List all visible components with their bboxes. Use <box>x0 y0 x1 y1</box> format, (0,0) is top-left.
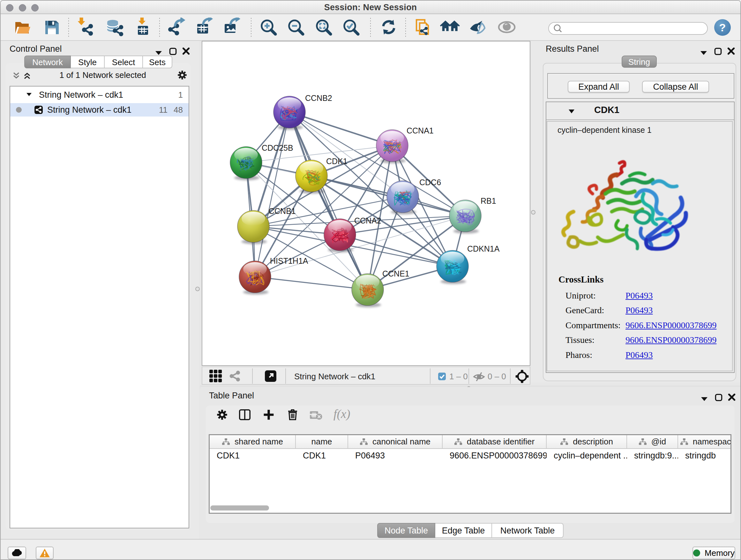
svg-text:CCNB2: CCNB2 <box>305 94 332 103</box>
svg-text:CDC25B: CDC25B <box>262 143 293 152</box>
svg-text:CDC6: CDC6 <box>419 178 441 187</box>
svg-text:CDKN1A: CDKN1A <box>467 244 500 253</box>
svg-text:CCNA1: CCNA1 <box>407 126 434 135</box>
svg-text:CCNE1: CCNE1 <box>382 269 409 278</box>
svg-text:RB1: RB1 <box>481 196 496 205</box>
svg-text:CCNA2: CCNA2 <box>354 216 381 225</box>
svg-text:HIST1H1A: HIST1H1A <box>270 256 308 265</box>
svg-text:CDK1: CDK1 <box>326 157 347 166</box>
svg-text:CCNB1: CCNB1 <box>269 206 296 215</box>
